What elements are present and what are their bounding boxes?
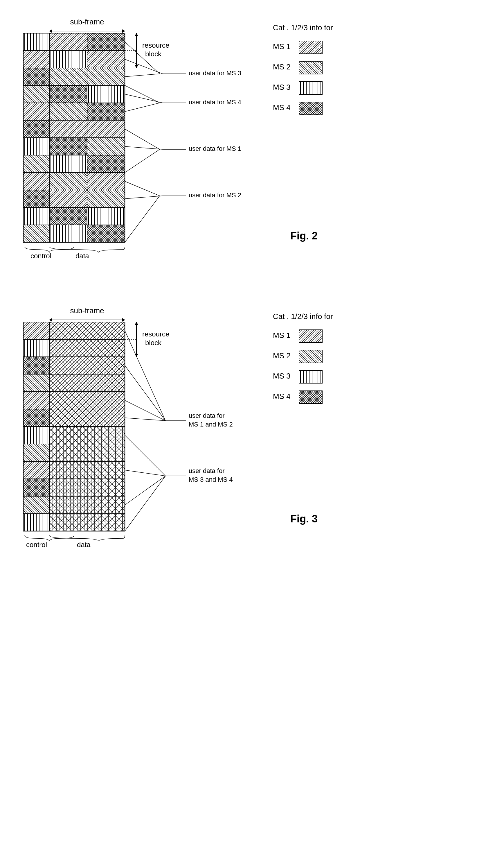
figure-3-diagram: resource block user data for MS 1 and MS… [23,322,250,560]
legend-title-fig3: Cat . 1/2/3 info for [273,312,333,321]
svg-rect-38 [23,190,49,207]
svg-rect-34 [87,155,125,173]
svg-rect-12 [49,33,87,51]
svg-rect-104 [23,322,49,339]
legend-swatches-fig2: MS 1 MS 2 MS 3 MS 4 [273,38,360,119]
svg-line-144 [125,470,165,476]
svg-rect-127 [49,514,125,531]
figure-3-label: Fig. 3 [290,513,317,525]
svg-rect-126 [23,514,49,531]
svg-line-137 [125,366,165,421]
svg-text:MS 4: MS 4 [273,103,291,112]
figure-2-label: Fig. 2 [290,230,317,242]
svg-text:MS 2: MS 2 [273,62,291,71]
figure-2-legend: Cat . 1/2/3 info for [273,17,360,242]
svg-rect-116 [23,427,49,444]
svg-text:block: block [145,339,162,347]
svg-line-145 [125,476,165,505]
svg-rect-14 [23,51,49,68]
svg-rect-160 [299,350,322,363]
svg-rect-120 [23,461,49,479]
svg-line-68 [125,74,160,77]
svg-line-138 [125,400,165,421]
svg-rect-44 [23,225,49,242]
svg-rect-13 [87,33,125,51]
svg-line-69 [125,85,160,103]
svg-text:user data for: user data for [189,412,225,419]
svg-rect-114 [23,409,49,427]
figure-3-container: sub-frame [23,306,481,560]
page: sub-frame [0,0,504,860]
svg-rect-124 [23,496,49,514]
svg-text:data: data [77,541,91,548]
svg-line-70 [125,103,160,112]
svg-text:MS 2: MS 2 [273,351,291,360]
svg-rect-16 [87,51,125,68]
svg-line-143 [125,435,165,476]
svg-rect-36 [49,173,87,190]
svg-rect-32 [23,155,49,173]
svg-line-72 [125,149,160,173]
svg-rect-24 [49,103,87,120]
svg-text:data: data [75,252,89,260]
svg-marker-130 [135,322,138,325]
svg-rect-117 [49,427,125,444]
figure-3-legend: Cat . 1/2/3 info for [273,306,360,525]
svg-rect-122 [23,479,49,496]
legend-title-fig2: Cat . 1/2/3 info for [273,23,333,32]
svg-text:resource: resource [142,41,169,49]
svg-text:MS 1: MS 1 [273,331,291,340]
svg-rect-118 [23,444,49,461]
svg-rect-162 [299,370,322,383]
svg-text:user data for MS 4: user data for MS 4 [189,99,241,106]
svg-rect-119 [49,444,125,461]
svg-text:block: block [145,50,162,58]
svg-text:MS 1: MS 1 [273,42,291,51]
figure-2-left: sub-frame [23,17,250,271]
svg-line-73 [125,181,160,196]
svg-rect-89 [299,102,322,115]
svg-rect-109 [49,357,125,374]
svg-rect-33 [49,155,87,173]
svg-rect-28 [87,120,125,138]
svg-rect-30 [49,138,87,155]
svg-rect-25 [87,103,125,120]
figure-2-container: sub-frame [23,17,481,271]
svg-line-55 [125,59,163,74]
figure-2-diagram: resource block user data for MS 3 user d… [23,33,250,271]
svg-text:MS 3: MS 3 [273,83,291,91]
svg-rect-123 [49,479,125,496]
svg-rect-19 [87,68,125,85]
svg-rect-121 [49,461,125,479]
svg-text:MS 1 and MS 2: MS 1 and MS 2 [189,421,233,428]
svg-rect-21 [49,85,87,103]
svg-rect-31 [87,138,125,155]
subframe-label-fig2: sub-frame [70,17,104,26]
svg-text:user data for MS 3: user data for MS 3 [189,69,241,77]
svg-text:MS 4: MS 4 [273,392,291,401]
svg-rect-113 [49,392,125,409]
svg-rect-43 [87,207,125,225]
svg-marker-51 [135,65,138,68]
svg-rect-39 [49,190,87,207]
legend-swatches-fig3: MS 1 MS 2 MS 3 MS 4 [273,327,360,408]
svg-text:control: control [30,252,51,260]
svg-rect-108 [23,357,49,374]
svg-rect-41 [23,207,49,225]
svg-text:MS 3: MS 3 [273,372,291,380]
svg-line-71 [125,129,160,149]
svg-rect-164 [299,391,322,404]
svg-rect-46 [87,225,125,242]
svg-rect-27 [49,120,87,138]
svg-rect-26 [23,120,49,138]
svg-rect-111 [49,374,125,392]
svg-line-146 [125,476,165,531]
svg-rect-18 [49,68,87,85]
svg-rect-125 [49,496,125,514]
svg-text:user data for MS 1: user data for MS 1 [189,145,241,152]
svg-rect-105 [49,322,125,339]
svg-rect-23 [23,103,49,120]
svg-rect-115 [49,409,125,427]
svg-rect-42 [49,207,87,225]
svg-text:user data for MS 2: user data for MS 2 [189,191,241,199]
